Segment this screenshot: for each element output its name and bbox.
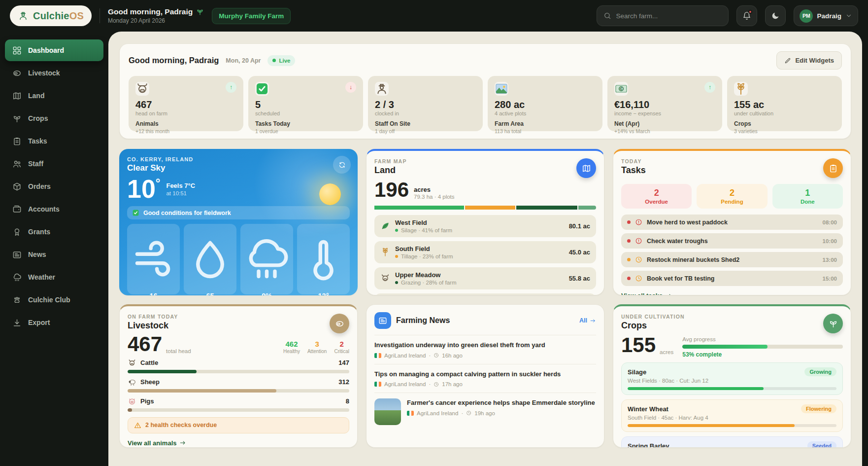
crops-button[interactable] [823, 314, 843, 333]
sidebar-item-icon [12, 46, 22, 55]
plot-area: 80.1 ac [569, 222, 590, 230]
stat-label: Staff On Site [375, 120, 476, 127]
stat-icon [255, 82, 269, 96]
crop-meta: West Fields · 80ac · Cut: Jun 12 [628, 378, 836, 384]
news-meta-separator: · [429, 353, 431, 358]
task-row[interactable]: Check water troughs 10:00 [621, 233, 843, 249]
weather-metric: 13° soil temp [297, 224, 350, 294]
view-all-tasks-link[interactable]: View all tasks [621, 292, 672, 295]
sidebar-item[interactable]: Accounts [5, 198, 103, 220]
news-time: 16h ago [442, 353, 463, 358]
sidebar-item[interactable]: Culchie Club [5, 289, 103, 311]
sidebar-item[interactable]: Tasks [5, 130, 103, 152]
crop-card[interactable]: Winter Wheat Flowering South Field · 45a… [621, 399, 843, 432]
stat-card[interactable]: ↓ 5 scheduled Tasks Today 1 overdue [248, 76, 363, 131]
farmer-logo-icon [18, 10, 29, 21]
news-item[interactable]: Tips on managing a compact calving patte… [374, 364, 596, 393]
stat-card[interactable]: ↑ 467 head on farm Animals +12 this mont… [129, 76, 243, 131]
stat-value: 5 [255, 99, 356, 110]
dark-mode-toggle[interactable] [765, 5, 786, 26]
sidebar-item-icon [12, 137, 22, 146]
task-status-pill[interactable]: 2 Overdue [621, 184, 692, 209]
stat-subtitle: head on farm [135, 110, 236, 116]
plot-row[interactable]: West Field Silage · 41% of farm 80.1 ac [374, 215, 596, 237]
livestock-health-stats: 462 Healthy 3 Attention 2 Critical [283, 340, 349, 354]
plot-use: Grazing · 28% of farm [401, 280, 456, 286]
news-item-title: Farmer's cancer experience helps shape E… [407, 398, 596, 407]
crop-card[interactable]: Spring Barley Seeded Top Field · 30ac · … [621, 436, 843, 448]
plot-icon [380, 247, 390, 257]
stat-card[interactable]: 155 ac under cultivation Crops 3 varieti… [727, 76, 842, 131]
news-item[interactable]: Investigation underway into green diesel… [374, 335, 596, 364]
sidebar-item[interactable]: Grants [5, 221, 103, 243]
crop-name: Winter Wheat [628, 405, 668, 413]
user-menu[interactable]: PM Padraig [794, 5, 858, 26]
plot-row[interactable]: River Parcel Woodland · 8% of farm 15.1 … [374, 293, 596, 295]
sidebar-item[interactable]: Export [5, 312, 103, 333]
ireland-flag-icon [407, 411, 414, 416]
stat-label: Animals [135, 120, 236, 127]
weather-feels-block: Feels 7°C at 10:51 [166, 176, 195, 202]
livestock-button[interactable] [330, 314, 349, 333]
sidebar-item[interactable]: Orders [5, 176, 103, 197]
livestock-eyebrow: ON FARM TODAY [128, 314, 178, 320]
stat-card[interactable]: 2 / 3 clocked in Staff On Site 1 day off [368, 76, 483, 131]
search-bar[interactable] [597, 5, 729, 26]
task-status-pill[interactable]: 1 Done [772, 184, 843, 209]
task-row[interactable]: Move herd to west paddock 08:00 [621, 215, 843, 230]
task-status-pill[interactable]: 2 Pending [697, 184, 767, 209]
sidebar-item[interactable]: Land [5, 85, 103, 107]
news-all-link[interactable]: All [579, 317, 596, 324]
task-status-count: 2 [697, 188, 767, 198]
trend-arrow-icon: ↓ [345, 82, 356, 93]
land-unit: acres [414, 186, 454, 193]
health-alert-banner[interactable]: 2 health checks overdue [128, 417, 349, 433]
app-logo[interactable]: CulchieOS [10, 5, 92, 26]
arrow-right-icon [666, 292, 672, 296]
stat-card[interactable]: 280 ac 4 active plots Farm Area 113 ha t… [488, 76, 602, 131]
task-row[interactable]: Book vet for TB testing 15:00 [621, 271, 843, 286]
tasks-button[interactable] [823, 158, 843, 178]
task-text: Move herd to west paddock [647, 219, 818, 226]
plot-row[interactable]: Upper Meadow Grazing · 28% of farm 55.8 … [374, 267, 596, 289]
sidebar-item-label: Export [28, 319, 50, 326]
news-item[interactable]: Farmer's cancer experience helps shape E… [374, 393, 596, 430]
crop-card[interactable]: Silage Growing West Fields · 80ac · Cut:… [621, 362, 843, 395]
sidebar-nav: Dashboard Livestock Land Crops Tasks Sta… [5, 39, 103, 333]
stat-card[interactable]: € ↑ €16,110 income − expenses Net (Apr) … [607, 76, 722, 131]
sidebar-item[interactable]: Crops [5, 108, 103, 129]
stat-subtitle: clocked in [375, 110, 476, 116]
plot-row[interactable]: South Field Tillage · 23% of farm 45.0 a… [374, 241, 596, 263]
health-label: Healthy [283, 349, 300, 354]
sidebar-item[interactable]: Dashboard [5, 39, 103, 61]
plot-use: Silage · 41% of farm [401, 227, 452, 233]
task-row[interactable]: Restock mineral buckets Shed2 13:00 [621, 252, 843, 267]
stat-note: +12 this month [135, 128, 236, 134]
sidebar-item[interactable]: Livestock [5, 62, 103, 84]
stat-subtitle: scheduled [255, 110, 356, 116]
animal-row[interactable]: Sheep 312 [128, 378, 349, 393]
sidebar-item[interactable]: News [5, 244, 103, 265]
moon-icon [771, 11, 780, 20]
animal-row[interactable]: Pigs 8 [128, 397, 349, 412]
edit-widgets-button[interactable]: Edit Widgets [776, 51, 842, 70]
weather-metric-value: 16 [129, 292, 178, 295]
animal-row[interactable]: Cattle 147 [128, 358, 349, 373]
notifications-button[interactable] [736, 5, 757, 26]
health-stat: 462 Healthy [283, 340, 300, 354]
weather-feels-like: Feels 7°C [166, 182, 195, 189]
task-status-label: Pending [697, 199, 767, 205]
search-input[interactable] [616, 12, 722, 20]
animal-name: Cattle [140, 359, 334, 366]
news-source: AgriLand Ireland [417, 410, 458, 416]
view-all-animals-link[interactable]: View all animals [128, 439, 186, 447]
sidebar-item[interactable]: Weather [5, 266, 103, 288]
news-time: 19h ago [474, 410, 495, 416]
notification-dot [748, 10, 752, 14]
crops-progress-fill [682, 345, 768, 349]
sprout-icon [829, 319, 838, 328]
weather-refresh-button[interactable] [333, 156, 351, 174]
sidebar-item[interactable]: Staff [5, 153, 103, 175]
crop-list: Silage Growing West Fields · 80ac · Cut:… [621, 362, 843, 448]
land-map-button[interactable] [576, 158, 596, 178]
